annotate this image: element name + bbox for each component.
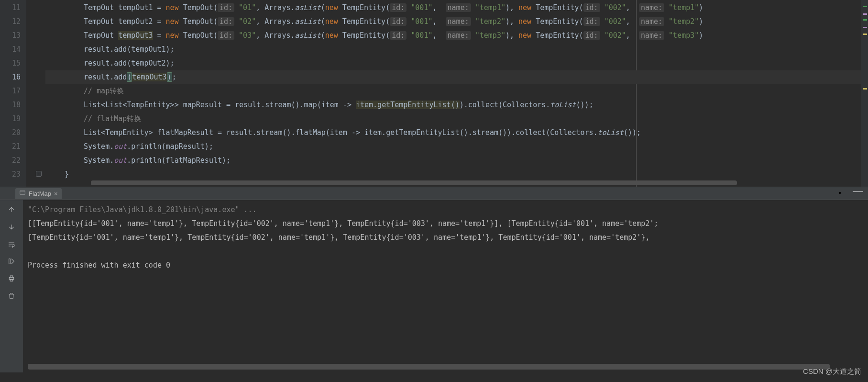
soft-wrap-icon[interactable] xyxy=(7,239,16,249)
line-number-gutter: 11 12 13 14 15 16 17 18 19 20 21 22 23 xyxy=(0,0,26,187)
run-tool-header: FlatMap × — xyxy=(0,187,868,200)
code-line: TempOut tempOut1 = new TempOut(id: "01",… xyxy=(45,1,861,15)
svg-point-2 xyxy=(839,191,841,194)
scroll-to-end-icon[interactable] xyxy=(7,257,16,266)
line-no: 19 xyxy=(0,112,21,126)
line-no: 14 xyxy=(0,43,21,56)
console-command-line: "C:\Program Files\Java\jdk1.8.0_201\bin\… xyxy=(28,203,863,217)
code-line: List<List<TempEntity>> mapResult = resul… xyxy=(45,98,861,112)
up-stack-icon[interactable] xyxy=(7,205,16,214)
svg-rect-3 xyxy=(9,277,13,280)
line-no: 21 xyxy=(0,140,21,154)
line-no: 20 xyxy=(0,126,21,140)
run-config-icon xyxy=(19,190,26,198)
svg-rect-0 xyxy=(20,191,25,194)
line-no: 13 xyxy=(0,29,21,43)
fold-toggle-icon[interactable]: - xyxy=(36,171,42,177)
settings-icon[interactable] xyxy=(835,189,844,199)
code-line: TempOut tempOut2 = new TempOut(id: "02",… xyxy=(45,15,861,29)
trash-icon[interactable] xyxy=(7,291,16,301)
code-line: TempOut tempOut3 = new TempOut(id: "03",… xyxy=(45,29,861,43)
code-line: result.add(tempOut2); xyxy=(45,56,861,70)
console-line xyxy=(28,245,863,258)
svg-rect-4 xyxy=(10,276,12,277)
close-icon[interactable]: × xyxy=(54,190,58,197)
line-no: 12 xyxy=(0,15,21,29)
console-horizontal-scrollbar[interactable] xyxy=(28,364,830,370)
down-stack-icon[interactable] xyxy=(7,222,16,232)
console-output[interactable]: "C:\Program Files\Java\jdk1.8.0_201\bin\… xyxy=(23,200,868,372)
minimize-icon[interactable]: — xyxy=(853,189,863,199)
code-area[interactable]: TempOut tempOut1 = new TempOut(id: "01",… xyxy=(45,0,861,187)
run-tab-label: FlatMap xyxy=(29,190,51,197)
run-tab[interactable]: FlatMap × xyxy=(15,188,62,199)
code-line: } xyxy=(45,168,861,181)
console-line: [[TempEntity{id='001', name='temp1'}, Te… xyxy=(28,217,863,231)
code-line: // flatMap转换 xyxy=(45,112,861,126)
error-stripe[interactable] xyxy=(861,0,868,187)
line-no: 18 xyxy=(0,98,21,112)
editor-horizontal-scrollbar[interactable] xyxy=(91,180,737,185)
console-exit-line: Process finished with exit code 0 xyxy=(28,258,863,272)
run-tool-body: "C:\Program Files\Java\jdk1.8.0_201\bin\… xyxy=(0,200,868,372)
fold-margin: - xyxy=(26,0,45,187)
svg-rect-5 xyxy=(10,279,12,281)
run-sidebar xyxy=(0,200,23,372)
line-no: 22 xyxy=(0,154,21,168)
code-line: System.out.println(flatMapResult); xyxy=(45,154,861,168)
line-no: 11 xyxy=(0,1,21,15)
code-editor[interactable]: 11 12 13 14 15 16 17 18 19 20 21 22 23 -… xyxy=(0,0,868,187)
code-line: List<TempEntity> flatMapResult = result.… xyxy=(45,126,861,140)
line-no: 17 xyxy=(0,84,21,98)
print-icon[interactable] xyxy=(7,274,16,283)
code-line-current: result.add(tempOut3); xyxy=(45,70,861,84)
line-no-current: 16 xyxy=(0,70,21,84)
code-line: System.out.println(mapResult); xyxy=(45,140,861,154)
code-line: result.add(tempOut1); xyxy=(45,43,861,56)
line-no: 23 xyxy=(0,168,21,181)
watermark: CSDN @大道之简 xyxy=(803,367,861,376)
line-no: 15 xyxy=(0,56,21,70)
console-line: [TempEntity{id='001', name='temp1'}, Tem… xyxy=(28,231,863,245)
code-line: // map转换 xyxy=(45,84,861,98)
